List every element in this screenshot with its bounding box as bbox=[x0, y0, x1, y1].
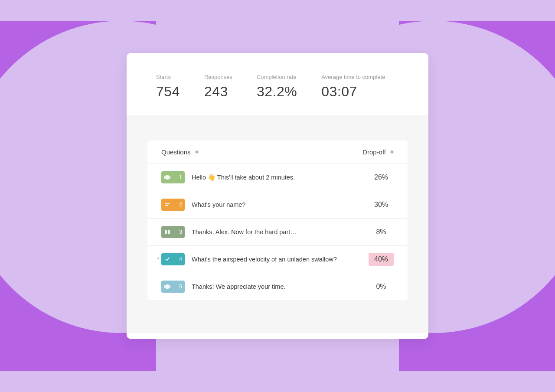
row-marker: * bbox=[155, 256, 161, 263]
stat-value: 03:07 bbox=[321, 84, 385, 100]
table-row[interactable]: 1Hello 👋 This'll take about 2 minutes.26… bbox=[147, 163, 408, 191]
question-badge: 2 bbox=[161, 199, 185, 211]
column-header-label: Questions bbox=[161, 148, 191, 156]
stat-responses: Responses 243 bbox=[204, 74, 232, 100]
wave-emoji-icon: 👋 bbox=[208, 174, 215, 181]
question-number: 5 bbox=[179, 284, 182, 290]
analytics-card: Starts 754 Responses 243 Completion rate… bbox=[127, 53, 428, 339]
question-badge: 5 bbox=[161, 281, 185, 293]
dropoff-value: 0% bbox=[369, 280, 394, 293]
table-body: 1Hello 👋 This'll take about 2 minutes.26… bbox=[147, 163, 408, 300]
question-badge: 4 bbox=[161, 253, 185, 265]
question-badge: 1 bbox=[161, 171, 185, 183]
table-header: Questions Drop-off bbox=[147, 140, 408, 163]
check-icon bbox=[164, 257, 171, 262]
stats-row: Starts 754 Responses 243 Completion rate… bbox=[127, 53, 428, 115]
question-text: What's the airspeed velocity of an unlad… bbox=[192, 256, 369, 263]
stat-label: Starts bbox=[156, 74, 180, 80]
table-row[interactable]: 3Thanks, Alex. Now for the hard part…8% bbox=[147, 218, 408, 245]
column-header-questions[interactable]: Questions bbox=[161, 148, 199, 156]
stat-avg-time: Average time to complete 03:07 bbox=[321, 74, 385, 100]
question-text: Hello 👋 This'll take about 2 minutes. bbox=[192, 174, 369, 181]
lines-icon bbox=[164, 202, 171, 207]
table-row[interactable]: 5Thanks! We appreciate your time.0% bbox=[147, 273, 408, 300]
table-row[interactable]: 2What's your name?30% bbox=[147, 191, 408, 218]
quote-icon bbox=[164, 229, 171, 235]
table-area: Questions Drop-off 1Hello 👋 This'll take… bbox=[127, 115, 428, 333]
question-text: Thanks, Alex. Now for the hard part… bbox=[192, 229, 369, 235]
dropoff-value: 30% bbox=[369, 198, 394, 211]
stat-label: Responses bbox=[204, 74, 232, 80]
question-number: 4 bbox=[179, 256, 182, 262]
sort-icon bbox=[195, 150, 199, 154]
table-row[interactable]: *4What's the airspeed velocity of an unl… bbox=[147, 245, 408, 273]
sort-icon bbox=[390, 150, 394, 154]
dropoff-value: 40% bbox=[369, 253, 394, 266]
question-number: 1 bbox=[179, 174, 182, 180]
dropoff-value: 26% bbox=[369, 171, 394, 184]
question-number: 2 bbox=[179, 202, 182, 208]
column-header-dropoff[interactable]: Drop-off bbox=[362, 148, 394, 156]
stat-value: 32.2% bbox=[257, 84, 297, 100]
slides-icon bbox=[164, 284, 171, 289]
stat-label: Completion rate bbox=[257, 74, 297, 80]
column-header-label: Drop-off bbox=[362, 148, 386, 156]
question-number: 3 bbox=[179, 229, 182, 235]
dropoff-value: 8% bbox=[369, 225, 394, 238]
question-text: Thanks! We appreciate your time. bbox=[192, 283, 369, 290]
stat-value: 243 bbox=[204, 84, 232, 100]
stat-completion-rate: Completion rate 32.2% bbox=[257, 74, 297, 100]
slides-icon bbox=[164, 175, 171, 180]
question-badge: 3 bbox=[161, 226, 185, 238]
question-text: What's your name? bbox=[192, 201, 369, 208]
stat-starts: Starts 754 bbox=[156, 74, 180, 100]
stat-value: 754 bbox=[156, 84, 180, 100]
stage: Starts 754 Responses 243 Completion rate… bbox=[0, 0, 555, 392]
stat-label: Average time to complete bbox=[321, 74, 385, 80]
dropoff-table: Questions Drop-off 1Hello 👋 This'll take… bbox=[147, 140, 408, 300]
